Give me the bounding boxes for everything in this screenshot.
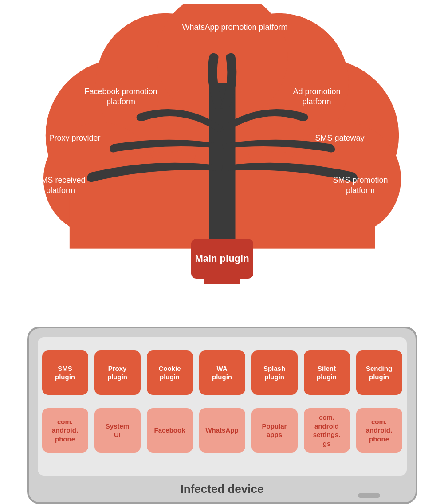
diagram: WhatsApp promotion platform Facebook pro… [0,0,444,504]
device-label: Infected device [181,482,264,496]
silent-plugin: Silentplugin [304,350,350,395]
sms-plugin: SMSplugin [42,350,88,395]
infected-device: SMSplugin Proxyplugin Cookieplugin WAplu… [27,327,417,504]
cloud: WhatsApp promotion platform Facebook pro… [31,4,413,266]
facebook-app: Facebook [147,408,193,453]
cookie-plugin: Cookieplugin [147,350,193,395]
popular-apps: Popularapps [251,408,298,453]
sending-plugin: Sendingplugin [356,350,402,395]
main-plugin-box: Main plugin [191,239,253,279]
com-android-settings: com.androidsettings.gs [304,408,350,453]
plugin-row-1: SMSplugin Proxyplugin Cookieplugin WAplu… [38,350,407,395]
device-home-button [358,493,380,498]
com-android-phone-2: com.android.phone [356,408,402,453]
whatsapp-app: WhatsApp [199,408,245,453]
plugin-row-2: com.android.phone SystemUI Facebook What… [38,408,407,453]
proxy-plugin: Proxyplugin [94,350,141,395]
main-plugin-label: Main plugin [195,252,249,265]
com-android-phone-1: com.android.phone [42,408,88,453]
system-ui: SystemUI [94,408,141,453]
wa-plugin: WAplugin [199,350,245,395]
device-screen: SMSplugin Proxyplugin Cookieplugin WAplu… [38,337,407,476]
splash-plugin: Splashplugin [251,350,298,395]
